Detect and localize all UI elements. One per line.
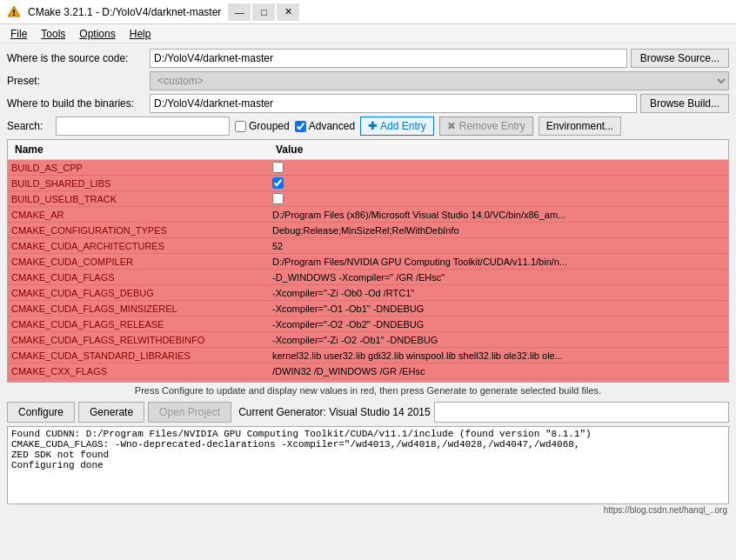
search-input[interactable] bbox=[56, 117, 230, 136]
menu-options[interactable]: Options bbox=[72, 26, 122, 42]
source-input[interactable] bbox=[150, 49, 627, 68]
table-row[interactable]: CMAKE_CONFIGURATION_TYPESDebug;Release;M… bbox=[8, 223, 728, 238]
table-cell-name: CMAKE_CUDA_FLAGS_RELWITHDEBINFO bbox=[8, 334, 269, 346]
table-cell-value: -D_WINDOWS -Xcompiler=" /GR /EHsc" bbox=[269, 271, 728, 283]
col-value-header: Value bbox=[272, 143, 725, 157]
bottom-status-bar: https://blog.csdn.net/hanql_..org bbox=[7, 504, 729, 516]
table-cell-name: CMAKE_CXX_FLAGS bbox=[8, 365, 269, 377]
table-body[interactable]: BUILD_AS_CPPBUILD_SHARED_LIBSBUILD_USELI… bbox=[8, 160, 728, 382]
search-label: Search: bbox=[7, 120, 50, 132]
table-cell-name: BUILD_AS_CPP bbox=[8, 162, 269, 174]
table-cell-value: 52 bbox=[269, 240, 728, 252]
col-name-header: Name bbox=[11, 143, 272, 157]
browse-build-button[interactable]: Browse Build... bbox=[640, 94, 729, 113]
preset-label: Preset: bbox=[7, 75, 146, 87]
generate-button[interactable]: Generate bbox=[78, 402, 144, 423]
binaries-label: Where to build the binaries: bbox=[7, 97, 146, 110]
table-cell-name: CMAKE_CUDA_COMPILER bbox=[8, 256, 269, 268]
title-bar: CMake 3.21.1 - D:/YoloV4/darknet-master … bbox=[0, 0, 736, 24]
remove-entry-button[interactable]: ✖ Remove Entry bbox=[439, 117, 533, 136]
minimize-button[interactable]: — bbox=[228, 3, 251, 21]
open-project-button[interactable]: Open Project bbox=[148, 402, 231, 423]
table-cell-name: CMAKE_CUDA_ARCHITECTURES bbox=[8, 240, 269, 252]
close-button[interactable]: ✕ bbox=[277, 3, 299, 21]
binaries-row: Where to build the binaries: Browse Buil… bbox=[7, 94, 729, 113]
progress-area bbox=[434, 402, 729, 423]
table-row[interactable]: BUILD_AS_CPP bbox=[8, 160, 728, 176]
grouped-label: Grouped bbox=[249, 120, 290, 132]
table-cell-name: CMAKE_CUDA_FLAGS bbox=[8, 271, 269, 283]
table-cell-value bbox=[269, 192, 728, 205]
advanced-label: Advanced bbox=[309, 120, 355, 132]
table-row[interactable]: CMAKE_CUDA_COMPILERD:/Program Files/NVID… bbox=[8, 254, 728, 270]
log-area: Found CUDNN: D:/Program Files/NVIDIA GPU… bbox=[7, 426, 729, 504]
table-cell-value: /DWIN32 /D_WINDOWS /GR /EHsc bbox=[269, 365, 728, 377]
table-row[interactable]: CMAKE_CUDA_FLAGS_DEBUG-Xcompiler="-Zi -O… bbox=[8, 285, 728, 301]
grouped-checkbox-label[interactable]: Grouped bbox=[235, 120, 290, 132]
advanced-checkbox[interactable] bbox=[295, 121, 306, 132]
browse-source-button[interactable]: Browse Source... bbox=[631, 49, 729, 68]
search-row: Search: Grouped Advanced ✚ Add Entry ✖ R… bbox=[7, 117, 729, 136]
environment-button[interactable]: Environment... bbox=[539, 117, 621, 136]
table-row[interactable]: CMAKE_CUDA_ARCHITECTURES52 bbox=[8, 238, 728, 254]
log-line: ZED SDK not found bbox=[11, 450, 725, 460]
table-checkbox[interactable] bbox=[272, 177, 284, 189]
table-row[interactable]: CMAKE_ARD:/Program Files (x86)/Microsoft… bbox=[8, 207, 728, 223]
cmake-table: Name Value BUILD_AS_CPPBUILD_SHARED_LIBS… bbox=[7, 139, 729, 383]
advanced-checkbox-label[interactable]: Advanced bbox=[295, 120, 355, 132]
table-row[interactable]: CMAKE_CUDA_STANDARD_LIBRARIESkernel32.li… bbox=[8, 348, 728, 363]
table-cell-name: CMAKE_CUDA_FLAGS_DEBUG bbox=[8, 287, 269, 299]
table-cell-value: -Xcompiler="-Zi -O2 -Ob1" -DNDEBUG bbox=[269, 334, 728, 346]
source-row: Where is the source code: Browse Source.… bbox=[7, 49, 729, 68]
table-checkbox[interactable] bbox=[272, 193, 284, 204]
table-cell-name: CMAKE_AR bbox=[8, 209, 269, 221]
remove-icon: ✖ bbox=[447, 120, 456, 132]
remove-entry-label: Remove Entry bbox=[459, 120, 525, 132]
table-cell-name: BUILD_SHARED_LIBS bbox=[8, 177, 269, 190]
window-title: CMake 3.21.1 - D:/YoloV4/darknet-master bbox=[28, 6, 221, 18]
svg-point-2 bbox=[13, 14, 15, 16]
table-cell-value: -Xcompiler="-Zi -Ob0 -Od /RTC1" bbox=[269, 287, 728, 299]
table-cell-name: CMAKE_CXX_FLAGS_DEBUG bbox=[8, 381, 269, 383]
menu-tools[interactable]: Tools bbox=[34, 26, 72, 42]
configure-button[interactable]: Configure bbox=[7, 402, 75, 423]
menu-bar: File Tools Options Help bbox=[0, 24, 736, 43]
log-line: CMAKE_CUDA_FLAGS: -Wno-deprecated-declar… bbox=[11, 439, 725, 450]
menu-help[interactable]: Help bbox=[123, 26, 158, 42]
table-row[interactable]: CMAKE_CUDA_FLAGS_RELWITHDEBINFO-Xcompile… bbox=[8, 332, 728, 348]
table-cell-value: Debug;Release;MinSizeRel;RelWithDebInfo bbox=[269, 224, 728, 237]
table-row[interactable]: CMAKE_CXX_FLAGS_DEBUG/Zi /Ob0 /Od /RTC1 bbox=[8, 379, 728, 382]
table-cell-name: CMAKE_CUDA_FLAGS_RELEASE bbox=[8, 318, 269, 330]
source-label: Where is the source code: bbox=[7, 52, 146, 64]
menu-file[interactable]: File bbox=[3, 26, 34, 42]
add-entry-button[interactable]: ✚ Add Entry bbox=[360, 117, 434, 136]
binaries-input[interactable] bbox=[150, 94, 637, 113]
table-cell-value: -Xcompiler="-O2 -Ob2" -DNDEBUG bbox=[269, 318, 728, 330]
table-row[interactable]: BUILD_USELIB_TRACK bbox=[8, 191, 728, 207]
plus-icon: ✚ bbox=[368, 120, 377, 132]
table-cell-value: -Xcompiler="-O1 -Ob1" -DNDEBUG bbox=[269, 303, 728, 315]
table-row[interactable]: BUILD_SHARED_LIBS bbox=[8, 176, 728, 191]
table-row[interactable]: CMAKE_CXX_FLAGS/DWIN32 /D_WINDOWS /GR /E… bbox=[8, 363, 728, 379]
main-content: Where is the source code: Browse Source.… bbox=[0, 43, 736, 521]
table-row[interactable]: CMAKE_CUDA_FLAGS_RELEASE-Xcompiler="-O2 … bbox=[8, 317, 728, 332]
preset-row: Preset: <custom> bbox=[7, 71, 729, 90]
table-cell-value bbox=[269, 177, 728, 190]
generator-text: Current Generator: Visual Studio 14 2015 bbox=[238, 406, 431, 418]
grouped-checkbox[interactable] bbox=[235, 121, 246, 132]
preset-select[interactable]: <custom> bbox=[150, 71, 729, 90]
table-row[interactable]: CMAKE_CUDA_FLAGS_MINSIZEREL-Xcompiler="-… bbox=[8, 301, 728, 317]
table-cell-name: CMAKE_CUDA_FLAGS_MINSIZEREL bbox=[8, 303, 269, 315]
status-text: Press Configure to update and display ne… bbox=[7, 383, 729, 398]
app-icon bbox=[7, 5, 21, 19]
table-row[interactable]: CMAKE_CUDA_FLAGS-D_WINDOWS -Xcompiler=" … bbox=[8, 270, 728, 285]
table-cell-value: kernel32.lib user32.lib gdi32.lib winspo… bbox=[269, 350, 728, 362]
maximize-button[interactable]: □ bbox=[252, 3, 275, 21]
table-cell-name: CMAKE_CONFIGURATION_TYPES bbox=[8, 224, 269, 237]
table-cell-value: /Zi /Ob0 /Od /RTC1 bbox=[269, 381, 728, 383]
log-line: Configuring done bbox=[11, 460, 725, 470]
bottom-buttons: Configure Generate Open Project Current … bbox=[7, 402, 729, 423]
table-checkbox[interactable] bbox=[272, 162, 284, 173]
table-cell-value: D:/Program Files/NVIDIA GPU Computing To… bbox=[269, 256, 728, 268]
table-cell-value: D:/Program Files (x86)/Microsoft Visual … bbox=[269, 209, 728, 221]
